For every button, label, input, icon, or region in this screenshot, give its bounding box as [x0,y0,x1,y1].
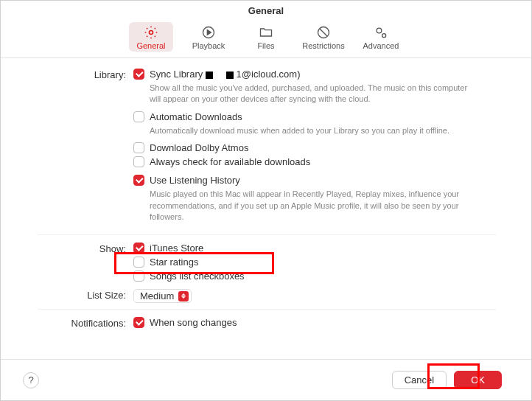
when-song-changes-checkbox[interactable] [133,317,144,328]
sync-library-label: Sync Library 1@icloud.com) [150,69,300,80]
download-dolby-atmos-checkbox[interactable] [133,142,144,153]
help-button[interactable]: ? [23,372,39,388]
folder-icon [259,25,273,40]
tab-advanced[interactable]: Advanced [359,22,403,52]
songs-list-checkboxes-label: Songs list checkboxes [150,271,245,282]
svg-point-4 [382,34,386,38]
tab-files[interactable]: Files [244,22,288,52]
songs-list-checkboxes-checkbox[interactable] [133,271,144,282]
sync-library-checkbox[interactable] [133,69,144,80]
automatic-downloads-checkbox[interactable] [133,111,144,122]
automatic-downloads-label: Automatic Downloads [150,111,242,122]
gears-icon [374,25,388,40]
tab-label: Playback [192,41,225,50]
itunes-store-label: iTunes Store [150,243,203,254]
play-icon [201,25,216,40]
when-song-changes-label: When song changes [150,317,237,328]
tab-label: Files [257,41,274,50]
svg-point-3 [377,28,382,33]
gear-icon [144,25,158,40]
always-check-downloads-label: Always check for available downloads [150,156,310,167]
automatic-downloads-desc: Automatically download music when added … [150,125,474,136]
redacted-block [206,72,213,79]
content-area: Library: Sync Library 1@icloud.com) Show… [1,58,531,359]
list-size-select[interactable]: Medium [133,289,192,303]
notifications-label: Notifications: [38,317,133,329]
footer: ? Cancel OK [1,359,531,400]
window-title: General [1,1,531,19]
toolbar: General Playback Files Restrictions Adva… [1,19,531,58]
tab-restrictions[interactable]: Restrictions [301,22,346,52]
tab-playback[interactable]: Playback [186,22,231,52]
redacted-block [226,72,234,79]
tab-label: Advanced [363,41,399,50]
use-listening-history-checkbox[interactable] [133,175,144,186]
use-listening-history-desc: Music played on this Mac will appear in … [150,189,474,223]
cancel-button[interactable]: Cancel [392,371,447,389]
tab-label: General [136,41,165,50]
nosign-icon [316,25,331,40]
ok-button[interactable]: OK [454,371,502,389]
preferences-window: General General Playback Files Restricti… [0,0,532,401]
star-ratings-checkbox[interactable] [133,257,144,268]
sync-library-desc: Show all the music you've added, purchas… [150,83,474,105]
tab-general[interactable]: General [129,22,173,52]
library-label: Library: [38,69,133,80]
tab-label: Restrictions [302,41,344,50]
show-label: Show: [38,243,133,254]
chevron-updown-icon [178,291,189,301]
download-dolby-atmos-label: Download Dolby Atmos [150,142,248,153]
star-ratings-label: Star ratings [150,257,198,268]
always-check-downloads-checkbox[interactable] [133,156,144,167]
list-size-label: List Size: [38,289,133,301]
svg-point-0 [150,31,153,35]
itunes-store-checkbox[interactable] [133,243,144,254]
use-listening-history-label: Use Listening History [150,175,240,186]
list-size-value: Medium [140,290,174,301]
